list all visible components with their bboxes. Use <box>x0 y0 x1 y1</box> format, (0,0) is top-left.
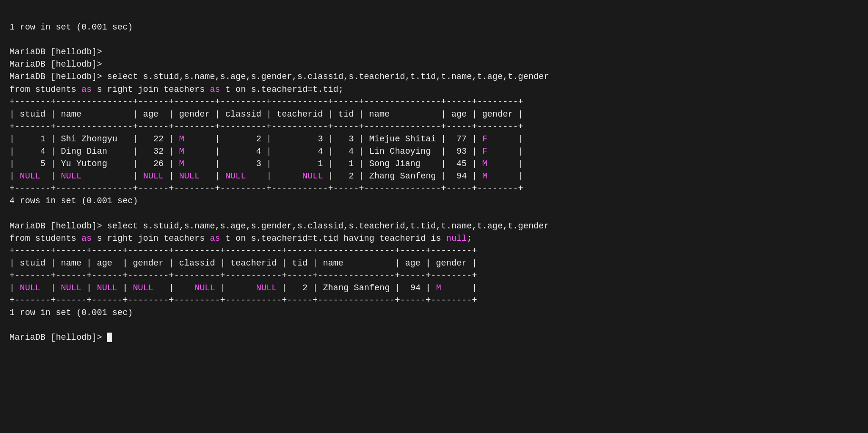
prompt-cmd-1: MariaDB [hellodb]> select s.stuid,s.name… <box>10 72 549 81</box>
sep-top-2: +-------+------+------+--------+--------… <box>10 246 477 256</box>
prompt-cmd-2: MariaDB [hellodb]> select s.stuid,s.name… <box>10 221 549 231</box>
sep-bot-1: +-------+---------------+------+--------… <box>10 184 523 193</box>
prompt-blank-1: MariaDB [hellodb]> <box>10 47 102 57</box>
header-row-2: | stuid | name | age | gender | classid … <box>10 258 477 268</box>
rowcount-1: 4 rows in set (0.001 sec) <box>10 196 138 206</box>
final-prompt[interactable]: MariaDB [hellodb]> <box>10 333 112 342</box>
sep-mid-1: +-------+---------------+------+--------… <box>10 122 523 131</box>
sep-mid-2: +-------+------+------+--------+--------… <box>10 271 477 280</box>
prompt-blank-2: MariaDB [hellodb]> <box>10 59 102 69</box>
rowcount-2: 1 row in set (0.001 sec) <box>10 308 133 317</box>
data-row-1: | 1 | Shi Zhongyu | 22 | M | 2 | 3 | 3 |… <box>10 134 523 144</box>
data-row-3: | 5 | Yu Yutong | 26 | M | 3 | 1 | 1 | S… <box>10 159 523 168</box>
terminal-output: 1 row in set (0.001 sec) MariaDB [hellod… <box>10 9 858 344</box>
sep-bot-2: +-------+------+------+--------+--------… <box>10 295 477 305</box>
query-line-1: from students as s right join teachers a… <box>10 85 343 94</box>
header-row-1: | stuid | name | age | gender | classid … <box>10 109 523 119</box>
null-row-2: | NULL | NULL | NULL | NULL | NULL | NUL… <box>10 283 477 293</box>
sep-top-1: +-------+---------------+------+--------… <box>10 97 523 107</box>
null-row-1: | NULL | NULL | NULL | NULL | NULL | NUL… <box>10 171 523 181</box>
line-1-row-count: 1 row in set (0.001 sec) <box>10 22 133 32</box>
data-row-2: | 4 | Ding Dian | 32 | M | 4 | 4 | 4 | L… <box>10 147 523 156</box>
query-line-2: from students as s right join teachers a… <box>10 234 472 243</box>
